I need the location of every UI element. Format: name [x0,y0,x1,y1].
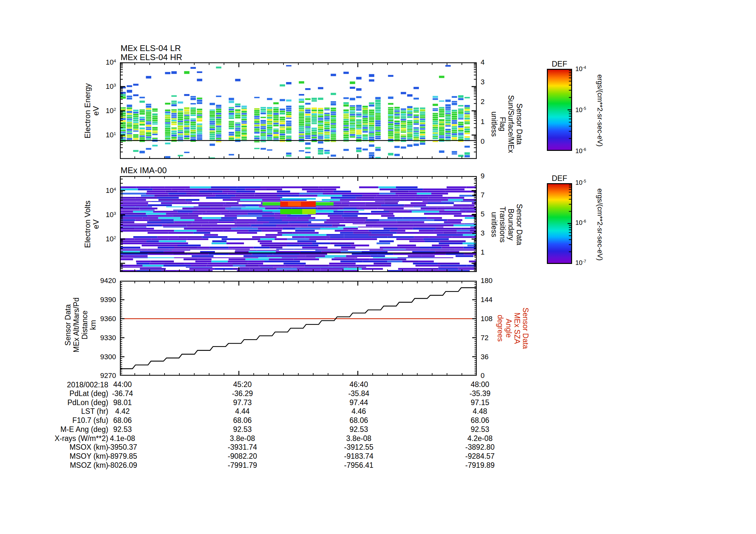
ima-title: MEx IMA-00 [121,165,167,175]
table-cell: -3950.37 [108,443,137,452]
table-cell: 68.06 [349,416,368,425]
table-cell: -3892.80 [466,443,495,452]
els-spectrogram-panel [120,62,477,159]
table-cell: 68.06 [113,416,132,425]
table-cell: 4.46 [352,407,366,416]
table-cell: -7919.89 [466,461,495,470]
time-tick-label: 44:00 [113,380,132,389]
table-cell: -9082.20 [228,452,257,460]
table-row-label: LST (hr) [81,407,108,416]
els-ytick: 101 [106,131,116,139]
table-cell: 92.53 [471,425,489,434]
alt-km-tick: 9330 [100,334,116,342]
alt-km-tick: 9390 [100,295,116,304]
altitude-sza-panel [120,281,477,376]
table-cell: -3931.74 [228,443,257,452]
colorbar2-title: DEF [547,174,572,183]
table-cell: -7991.79 [228,461,257,470]
colorbar2-tick-mid: 10-6 [575,219,586,226]
table-cell: -9284.57 [466,452,495,460]
els-ytick: 102 [106,107,116,115]
ima-ytick: 103 [106,211,116,219]
table-cell: 4.44 [235,407,250,416]
els-flag-tick: 0 [481,137,484,146]
table-cell: 68.06 [471,416,489,425]
els-flag-tick: 3 [481,78,484,86]
table-row-label: MSOX (km) [69,443,108,452]
table-cell: 4.48 [473,407,487,416]
colorbar2-tick-bottom: 10-7 [575,259,586,267]
table-cell: 4.2e-08 [467,434,493,443]
table-row-label: MSOY (km) [69,452,108,460]
alt-km-tick: 9420 [100,276,116,285]
table-cell: 3.8e-08 [346,434,371,443]
els-ytick: 103 [106,82,116,91]
time-tick-label: 46:40 [349,380,368,389]
table-cell: 97.44 [349,398,368,407]
colorbar1-tick-bottom: 10-6 [575,147,586,155]
alt-sza-tick: 36 [481,353,488,361]
spectrogram-figure: MEx ELS-04 LR MEx ELS-04 HR MEx IMA-00 E… [0,0,756,534]
table-cell: 92.53 [233,425,252,434]
table-row-label: PdLon (deg) [67,398,108,407]
ima-boundary-tick: 1 [481,248,484,257]
table-cell: -8979.85 [108,452,137,460]
table-cell: -35.84 [348,389,369,398]
els-title-lr: MEx ELS-04 LR [121,43,181,53]
alt-sza-tick: 108 [481,315,493,323]
alt-sza-tick: 144 [481,295,493,304]
time-tick-label: 45:20 [233,380,252,389]
colorbar2-ticks [547,183,572,264]
colorbar2-tick-top: 10-5 [575,179,586,187]
table-cell: 68.06 [233,416,252,425]
els-title-hr: MEx ELS-04 HR [121,52,182,62]
table-cell: -36.74 [112,389,133,398]
els-flag-tick: 2 [481,98,484,106]
table-cell: -9183.74 [344,452,374,460]
els-y-axis-label: Electron EnergyeV [83,83,100,139]
table-cell: 92.53 [113,425,132,434]
table-row-label: X-rays (W/m**2) [55,434,108,443]
ima-boundary-tick: 7 [481,191,484,199]
els-spectrogram-cells [121,65,470,159]
ima-ytick: 104 [106,187,116,195]
colorbar1-title: DEF [547,60,572,68]
alt-sza-tick: 180 [481,276,493,285]
colorbar1-ticks [547,69,572,151]
els-flag-tick: 4 [481,58,484,66]
els-ytick: 104 [106,58,116,66]
alt-km-tick: 9300 [100,353,116,361]
els-right-axis-label: Sensor DataSun/Surface/MEx Flagunitless [490,95,524,153]
colorbar1-tick-mid: 10-5 [575,106,586,114]
ima-boundary-tick: 3 [481,229,484,238]
table-cell: 98.01 [113,398,132,407]
table-cell: -35.39 [469,389,490,398]
table-row-label: PdLat (deg) [69,389,108,398]
colorbar1-units: ergs/(cm**2-sr-sec-eV) [596,74,604,147]
table-cell: 97.73 [233,398,252,407]
table-row-label: MSOZ (km) [70,461,108,470]
ima-y-axis-label: Electron VoltseV [83,201,100,248]
alt-sza-tick: 0 [481,371,484,380]
colorbar2-units: ergs/(cm**2-sr-sec-eV) [596,188,604,261]
date-label: 2018/002:18 [67,381,108,389]
ima-spectrogram-panel [120,176,477,272]
ima-right-axis-label: Sensor DataBoundary Transitionsunitless [490,204,524,245]
table-cell: 4.1e-08 [110,434,135,443]
table-cell: -8026.09 [108,461,137,470]
table-row-label: F10.7 (sfu) [72,416,108,425]
table-cell: -7956.41 [344,461,374,470]
alt-sza-tick: 72 [481,334,488,342]
table-row-label: M-E Ang (deg) [61,425,108,434]
alt-km-tick: 9360 [100,315,116,323]
ima-boundary-tick: 5 [481,210,484,218]
ima-boundary-tick: 9 [481,172,484,180]
ima-ytick: 102 [106,235,116,243]
table-cell: 92.53 [349,425,368,434]
table-cell: -36.29 [232,389,253,398]
altitude-staircase-line [120,288,477,369]
table-cell: 97.15 [471,398,489,407]
table-cell: -3912.55 [344,443,374,452]
table-cell: 4.42 [115,407,130,416]
time-tick-label: 48:00 [471,380,489,389]
